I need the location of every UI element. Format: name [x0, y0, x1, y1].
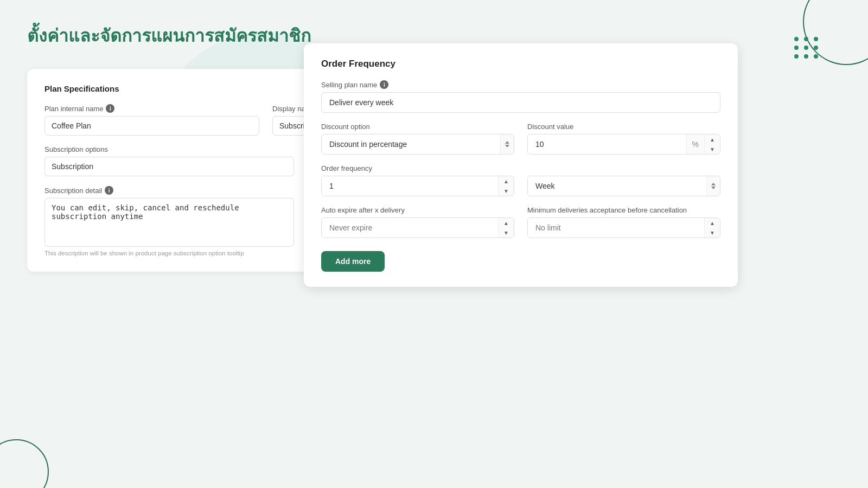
order-frequency-panel: Order Frequency Selling plan name i Disc…: [304, 43, 738, 287]
auto-expire-col: Auto expire after x delivery ▲ ▼: [321, 206, 514, 238]
discount-value-input[interactable]: [528, 134, 686, 154]
panel-title: Order Frequency: [321, 59, 720, 69]
discount-unit: %: [686, 134, 704, 154]
min-deliveries-col: Minimum deliveries acceptance before can…: [527, 206, 720, 238]
expire-row: Auto expire after x delivery ▲ ▼ Minimum…: [321, 206, 720, 238]
discount-value-col: Discount value % ▲ ▼: [527, 123, 720, 155]
auto-expire-wrapper: ▲ ▼: [321, 217, 514, 238]
selling-plan-input[interactable]: [321, 92, 720, 113]
min-deliveries-increment[interactable]: ▲: [705, 218, 720, 228]
selling-plan-info-icon[interactable]: i: [380, 80, 388, 89]
auto-expire-input[interactable]: [322, 218, 498, 237]
auto-expire-decrement[interactable]: ▼: [499, 228, 514, 237]
order-period-select[interactable]: Day Week Month Year: [528, 176, 706, 196]
order-period-wrapper: Day Week Month Year: [527, 176, 720, 196]
order-period-col: Day Week Month Year: [527, 164, 720, 196]
internal-name-group: Plan internal name i: [44, 104, 259, 136]
min-deliveries-spinner: ▲ ▼: [704, 218, 720, 237]
discount-value-label: Discount value: [527, 123, 720, 131]
discount-row: Discount option Discount in percentage F…: [321, 123, 720, 155]
discount-option-col: Discount option Discount in percentage F…: [321, 123, 514, 155]
order-frequency-label: Order frequency: [321, 164, 514, 172]
discount-option-select-wrapper: Discount in percentage Fixed amount disc…: [321, 134, 514, 155]
selling-plan-group: Selling plan name i: [321, 80, 720, 113]
subscription-options-input[interactable]: [44, 157, 294, 176]
order-frequency-col: Order frequency ▲ ▼: [321, 164, 514, 196]
discount-option-label: Discount option: [321, 123, 514, 131]
internal-name-input[interactable]: [44, 116, 259, 136]
min-deliveries-input[interactable]: [528, 218, 704, 237]
order-frequency-row: Order frequency ▲ ▼ Day Week Month: [321, 164, 720, 196]
min-deliveries-wrapper: ▲ ▼: [527, 217, 720, 238]
subscription-detail-textarea[interactable]: [44, 198, 294, 247]
add-more-button[interactable]: Add more: [321, 251, 385, 272]
auto-expire-label: Auto expire after x delivery: [321, 206, 514, 214]
order-frequency-increment[interactable]: ▲: [499, 176, 514, 186]
bg-circle-bottom-left: [0, 439, 49, 488]
selling-plan-label: Selling plan name i: [321, 80, 720, 89]
internal-name-info-icon[interactable]: i: [106, 104, 114, 113]
order-frequency-spinner: ▲ ▼: [498, 176, 514, 196]
internal-name-label: Plan internal name i: [44, 104, 259, 113]
order-period-arrow: [706, 176, 720, 196]
auto-expire-spinner: ▲ ▼: [498, 218, 514, 237]
min-deliveries-decrement[interactable]: ▼: [705, 228, 720, 237]
auto-expire-increment[interactable]: ▲: [499, 218, 514, 228]
discount-option-select[interactable]: Discount in percentage Fixed amount disc…: [322, 134, 500, 154]
order-frequency-decrement[interactable]: ▼: [499, 186, 514, 196]
discount-spinner: ▲ ▼: [704, 134, 720, 154]
discount-option-arrow: [500, 134, 514, 154]
order-frequency-wrapper: ▲ ▼: [321, 176, 514, 196]
min-deliveries-label: Minimum deliveries acceptance before can…: [527, 206, 720, 214]
order-period-label: [527, 164, 720, 172]
discount-value-wrapper: % ▲ ▼: [527, 134, 720, 155]
discount-decrement[interactable]: ▼: [705, 144, 720, 154]
discount-increment[interactable]: ▲: [705, 134, 720, 144]
order-frequency-input[interactable]: [322, 176, 498, 196]
subscription-detail-info-icon[interactable]: i: [105, 186, 113, 195]
